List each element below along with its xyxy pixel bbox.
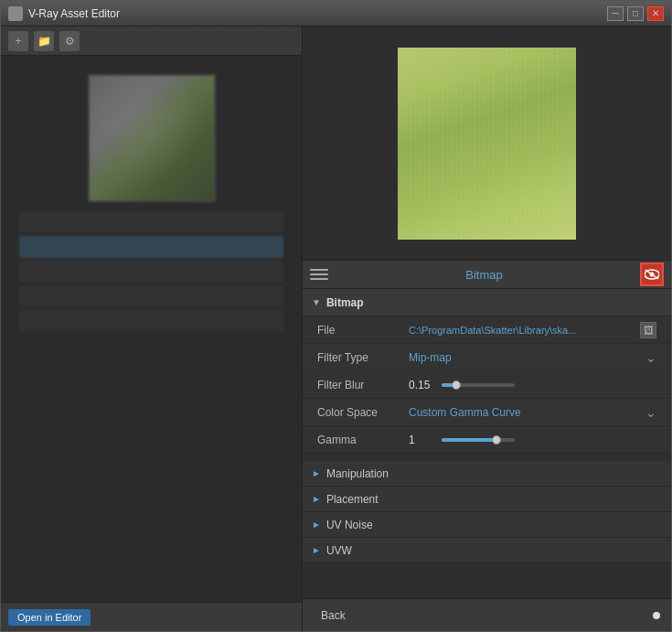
section-collapse-arrow: ▼ xyxy=(312,297,321,307)
hamburger-menu-icon[interactable] xyxy=(310,267,328,282)
folder-icon[interactable]: 📁 xyxy=(34,31,54,51)
manipulation-label: Manipulation xyxy=(326,467,389,480)
hamburger-line-1 xyxy=(310,269,328,271)
filter-type-text: Mip-map xyxy=(409,351,452,364)
color-space-text: Custom Gamma Curve xyxy=(409,406,521,419)
left-content xyxy=(1,56,302,602)
manipulation-section-header[interactable]: ► Manipulation xyxy=(303,461,671,487)
uvw-arrow: ► xyxy=(312,545,321,555)
main-content: + 📁 ⚙ Open in Editor xyxy=(1,27,671,631)
bottom-bar: Back xyxy=(303,598,671,631)
bitmap-section-header[interactable]: ▼ Bitmap xyxy=(303,289,671,316)
uvw-section-header[interactable]: ► UVW xyxy=(303,538,671,563)
placement-section-header[interactable]: ► Placement xyxy=(303,487,671,512)
close-button[interactable]: ✕ xyxy=(647,6,664,21)
gamma-track[interactable] xyxy=(442,438,515,442)
bottom-spacer xyxy=(303,563,671,574)
uv-noise-arrow: ► xyxy=(312,520,321,530)
asset-thumbnail xyxy=(88,74,216,202)
gamma-value-container: 1 xyxy=(409,434,656,446)
file-property-row: File C:\ProgramData\Skatter\Library\ska.… xyxy=(303,316,671,344)
title-bar: V-Ray Asset Editor ─ □ ✕ xyxy=(1,1,671,27)
filter-blur-value-container: 0.15 xyxy=(409,379,656,391)
window-controls: ─ □ ✕ xyxy=(607,6,664,21)
left-bottom-bar: Open in Editor xyxy=(1,602,302,631)
list-item xyxy=(19,211,283,233)
texture-preview xyxy=(398,48,576,240)
gamma-fill xyxy=(442,438,496,442)
color-space-property-row: Color Space Custom Gamma Curve ⌄ xyxy=(303,399,671,426)
properties-panel: ▼ Bitmap File C:\ProgramData\Skatter\Lib… xyxy=(303,289,671,598)
filter-type-dropdown-arrow[interactable]: ⌄ xyxy=(645,350,656,365)
filter-blur-value: 0.15 xyxy=(409,379,434,391)
left-blurred-area xyxy=(1,56,302,602)
minimize-button[interactable]: ─ xyxy=(607,6,624,21)
filter-type-property-row: Filter Type Mip-map ⌄ xyxy=(303,344,671,371)
maximize-button[interactable]: □ xyxy=(627,6,644,21)
filter-type-label: Filter Type xyxy=(317,351,409,364)
panel-title: Bitmap xyxy=(328,268,640,282)
hamburger-line-2 xyxy=(310,273,328,275)
list-item xyxy=(19,310,283,332)
settings-icon[interactable]: ⚙ xyxy=(59,31,80,51)
list-item xyxy=(19,261,283,283)
window-title: V-Ray Asset Editor xyxy=(28,7,607,20)
uv-noise-section-header[interactable]: ► UV Noise xyxy=(303,512,671,538)
open-in-editor-button[interactable]: Open in Editor xyxy=(8,609,91,626)
file-value-container: C:\ProgramData\Skatter\Library\ska... 🖼 xyxy=(409,322,656,338)
panel-toolbar: Bitmap xyxy=(303,260,671,289)
list-item xyxy=(19,236,283,258)
filter-blur-property-row: Filter Blur 0.15 xyxy=(303,371,671,399)
filter-type-value-container: Mip-map ⌄ xyxy=(409,350,656,365)
bitmap-section-label: Bitmap xyxy=(326,296,364,309)
color-space-label: Color Space xyxy=(317,406,409,419)
right-panel: Bitmap ▼ Bitmap File xyxy=(303,27,671,631)
filter-blur-label: Filter Blur xyxy=(317,379,409,391)
preview-area xyxy=(303,27,671,260)
back-button[interactable]: Back xyxy=(314,605,353,626)
manipulation-arrow: ► xyxy=(312,468,321,478)
file-label: File xyxy=(317,324,409,337)
list-item xyxy=(19,285,283,307)
color-space-dropdown-arrow[interactable]: ⌄ xyxy=(645,405,656,420)
uvw-label: UVW xyxy=(326,544,352,557)
page-indicator-dot xyxy=(653,612,660,619)
file-path-text: C:\ProgramData\Skatter\Library\ska... xyxy=(409,325,635,336)
gamma-value: 1 xyxy=(409,434,434,446)
left-toolbar: + 📁 ⚙ xyxy=(1,27,302,56)
filter-blur-thumb[interactable] xyxy=(452,380,461,390)
visibility-toggle-button[interactable] xyxy=(640,262,664,286)
main-window: V-Ray Asset Editor ─ □ ✕ + 📁 ⚙ xyxy=(0,0,672,632)
eye-icon xyxy=(645,269,659,280)
hamburger-line-3 xyxy=(310,278,328,280)
add-icon[interactable]: + xyxy=(8,31,28,51)
gamma-thumb[interactable] xyxy=(492,435,501,445)
uv-noise-label: UV Noise xyxy=(326,519,373,531)
gamma-label: Gamma xyxy=(317,434,409,446)
gamma-property-row: Gamma 1 xyxy=(303,426,671,454)
app-icon xyxy=(8,6,23,21)
color-space-value-container: Custom Gamma Curve ⌄ xyxy=(409,405,656,420)
left-panel: + 📁 ⚙ Open in Editor xyxy=(1,27,303,631)
filter-blur-slider-container: 0.15 xyxy=(409,379,656,391)
gamma-slider-container: 1 xyxy=(409,434,656,446)
spacer xyxy=(303,454,671,461)
placement-arrow: ► xyxy=(312,494,321,504)
filter-blur-track[interactable] xyxy=(442,383,515,387)
file-browse-button[interactable]: 🖼 xyxy=(640,322,656,338)
asset-list xyxy=(19,211,283,332)
placement-label: Placement xyxy=(326,493,379,506)
